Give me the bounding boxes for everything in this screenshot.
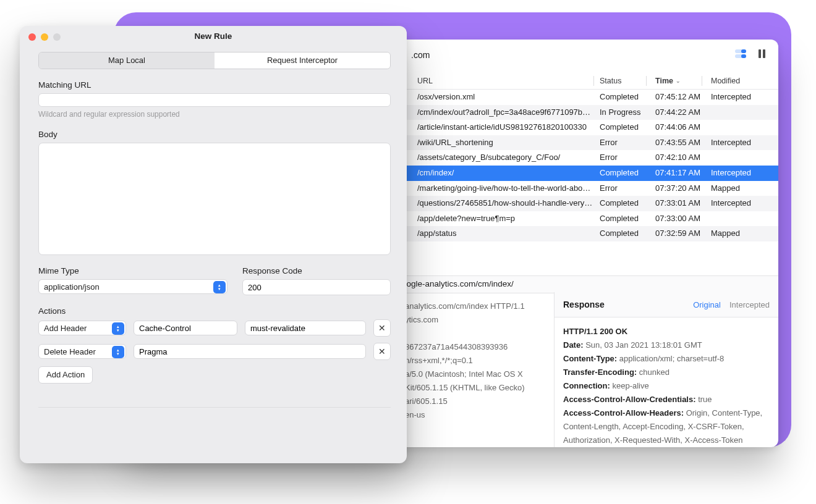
cell-modified: Mapped — [705, 226, 778, 242]
delete-action-button[interactable]: ✕ — [373, 319, 391, 337]
cell-time: 07:33:00 AM — [649, 211, 708, 227]
chevron-updown-icon: ▴▾ — [112, 322, 124, 335]
pause-icon[interactable] — [759, 49, 766, 58]
action-key-input[interactable] — [134, 344, 366, 359]
body-label: Body — [38, 130, 391, 139]
response-line: Access-Control-Allow-Credentials: true — [563, 393, 770, 406]
action-row: Delete Header ▴▾ ✕ — [38, 343, 391, 360]
response-line: Date: Sun, 03 Jan 2021 13:18:01 GMT — [563, 338, 770, 352]
cell-time: 07:42:10 AM — [649, 150, 708, 166]
cell-modified — [705, 150, 778, 166]
dialog-title: New Rule — [20, 32, 407, 41]
response-code-input[interactable] — [242, 279, 391, 295]
cell-modified: Intercepted — [705, 135, 778, 151]
tab-intercepted[interactable]: Intercepted — [729, 300, 770, 309]
cell-time: 07:45:12 AM — [649, 90, 708, 105]
actions-label: Actions — [38, 306, 391, 316]
cell-status: Completed — [593, 226, 649, 242]
request-line: ytics.com — [405, 313, 542, 327]
cell-url: /cm/index/out?adroll_fpc=3a48ace9f677109… — [411, 105, 593, 120]
response-line: Transfer-Encoding: chunked — [563, 366, 770, 379]
cell-url: /questions/27465851/how-should-i-handle-… — [411, 196, 593, 211]
cell-time: 07:37:20 AM — [649, 181, 708, 196]
request-line: en-us — [405, 408, 542, 422]
close-x-icon: ✕ — [378, 323, 386, 333]
cell-url: /app/delete?new=true¶m=p — [411, 211, 593, 227]
action-key-input[interactable] — [134, 321, 237, 335]
request-line: 867237a71a4544308393936 — [405, 340, 542, 354]
action-type-select[interactable]: Delete Header ▴▾ — [38, 344, 126, 359]
matching-url-label: Matching URL — [38, 80, 391, 90]
response-line: HTTP/1.1 200 OK — [563, 325, 770, 338]
detail-path: //google-analytics.com/cm/index/ — [393, 279, 514, 288]
body-textarea[interactable] — [38, 143, 391, 255]
col-time[interactable]: Time⌄ — [649, 73, 708, 89]
cell-url: /cm/index/ — [411, 166, 593, 181]
add-action-button[interactable]: Add Action — [38, 366, 93, 384]
response-line: Connection: keep-alive — [563, 379, 770, 393]
delete-action-button[interactable]: ✕ — [373, 343, 391, 360]
response-code-label: Response Code — [242, 266, 391, 275]
cell-status: Completed — [593, 196, 649, 211]
request-line: analytics.com/cm/index HTTP/1.1 — [405, 300, 542, 313]
cell-status: Error — [593, 150, 649, 166]
action-row: Add Header ▴▾ ✕ — [38, 319, 391, 337]
toggle-icon[interactable] — [735, 49, 746, 58]
response-line: Access-Control-Allow-Headers: Origin, Co… — [563, 406, 770, 447]
request-line: Kit/605.1.15 (KHTML, like Gecko) — [405, 381, 542, 395]
close-x-icon: ✕ — [378, 346, 386, 356]
chevron-updown-icon: ▴▾ — [112, 346, 124, 358]
cell-modified: Intercepted — [705, 166, 778, 181]
cell-url: /assets/category_B/subcategory_C/Foo/ — [411, 150, 593, 166]
request-line — [405, 327, 542, 340]
col-status[interactable]: Status — [593, 73, 649, 89]
cell-time: 07:33:01 AM — [649, 196, 708, 211]
cell-status: Completed — [593, 90, 649, 105]
cell-time: 07:32:59 AM — [649, 226, 708, 242]
new-rule-dialog: New Rule Map Local Request Interceptor M… — [20, 26, 407, 463]
mime-type-label: Mime Type — [38, 266, 227, 275]
divider — [38, 407, 391, 408]
cell-status: Error — [593, 135, 649, 151]
cell-status: Error — [593, 181, 649, 196]
col-url[interactable]: URL — [411, 73, 597, 89]
col-modified[interactable]: Modified — [705, 73, 778, 89]
matching-url-hint: Wildcard and regular expression supporte… — [38, 110, 391, 119]
breadcrumb: .com — [411, 50, 430, 60]
mime-type-select[interactable]: application/json ▴▾ — [38, 279, 227, 294]
cell-url: /osx/version.xml — [411, 90, 593, 105]
cell-url: /marketing/going-live/how-to-tell-the-wo… — [411, 181, 593, 196]
request-line: a/5.0 (Macintosh; Intel Mac OS X — [405, 368, 542, 381]
tab-map-local[interactable]: Map Local — [39, 52, 215, 69]
cell-modified: Intercepted — [705, 196, 778, 211]
cell-status: Completed — [593, 166, 649, 181]
action-value-input[interactable] — [245, 321, 366, 335]
cell-modified: Intercepted — [705, 90, 778, 105]
response-line: Content-Type: application/xml; charset=u… — [563, 352, 770, 366]
tab-original[interactable]: Original — [693, 300, 721, 309]
cell-modified — [705, 120, 778, 135]
cell-url: /app/status — [411, 226, 593, 242]
cell-modified — [705, 211, 778, 227]
response-panel: Response Original Intercepted HTTP/1.1 2… — [555, 292, 778, 447]
cell-time: 07:44:22 AM — [649, 105, 708, 120]
cell-time: 07:43:55 AM — [649, 135, 708, 151]
response-title: Response — [563, 300, 605, 309]
request-line: n/rss+xml,*/*;q=0.1 — [405, 354, 542, 368]
cell-modified — [705, 105, 778, 120]
dialog-titlebar: New Rule — [20, 26, 407, 47]
cell-modified: Mapped — [705, 181, 778, 196]
cell-status: In Progress — [593, 105, 649, 120]
matching-url-input[interactable] — [38, 93, 391, 107]
cell-time: 07:41:17 AM — [649, 166, 708, 181]
cell-url: /wiki/URL_shortening — [411, 135, 593, 151]
chevron-updown-icon: ▴▾ — [213, 281, 226, 293]
segment-control[interactable]: Map Local Request Interceptor — [38, 52, 391, 69]
cell-status: Completed — [593, 211, 649, 227]
cell-time: 07:44:06 AM — [649, 120, 708, 135]
request-line: ari/605.1.15 — [405, 395, 542, 408]
cell-status: Completed — [593, 120, 649, 135]
tab-request-interceptor[interactable]: Request Interceptor — [215, 52, 390, 69]
action-type-select[interactable]: Add Header ▴▾ — [38, 321, 126, 335]
cell-url: /article/instant-article/idUS98192761820… — [411, 120, 593, 135]
